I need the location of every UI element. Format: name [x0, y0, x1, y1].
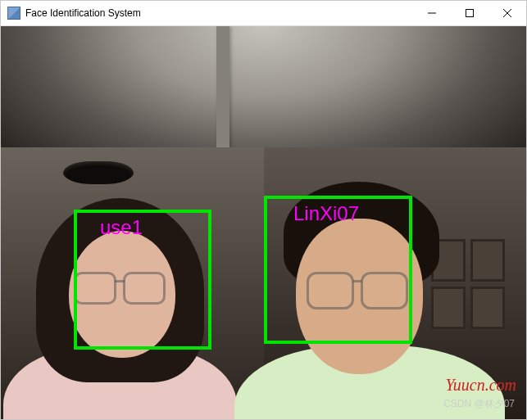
close-button[interactable]	[488, 1, 526, 25]
minimize-button[interactable]	[413, 1, 451, 25]
svg-rect-1	[466, 10, 474, 17]
watermark-site: Yuucn.com	[446, 376, 516, 395]
minimize-icon	[428, 9, 436, 17]
maximize-button[interactable]	[451, 1, 488, 25]
video-frame: use1LinXi07 Yuucn.com CSDN @林夕07	[1, 26, 526, 419]
face-label: LinXi07	[293, 202, 359, 225]
face-label: use1	[100, 216, 143, 239]
close-icon	[503, 9, 511, 17]
room-pillar	[216, 26, 229, 149]
window-title: Face Identification System	[25, 7, 413, 19]
maximize-icon	[466, 9, 474, 17]
window-controls	[413, 1, 526, 25]
watermark-csdn: CSDN @林夕07	[443, 397, 515, 411]
app-icon	[7, 7, 20, 20]
titlebar: Face Identification System	[1, 1, 526, 26]
app-window: Face Identification System	[0, 0, 527, 420]
ceiling-lamp	[63, 161, 134, 184]
